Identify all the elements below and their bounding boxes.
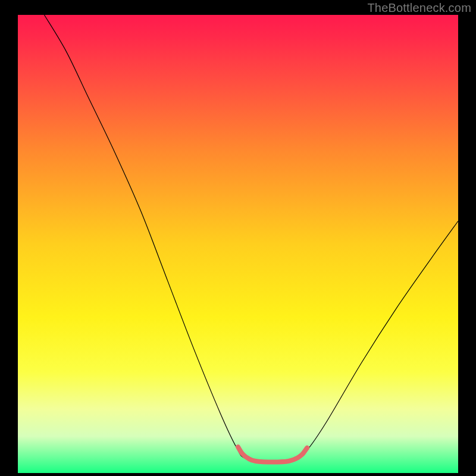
chart-frame: TheBottleneck.com <box>0 0 476 476</box>
chart-background <box>18 15 458 473</box>
watermark-text: TheBottleneck.com <box>367 1 471 15</box>
bottleneck-chart <box>18 15 458 473</box>
